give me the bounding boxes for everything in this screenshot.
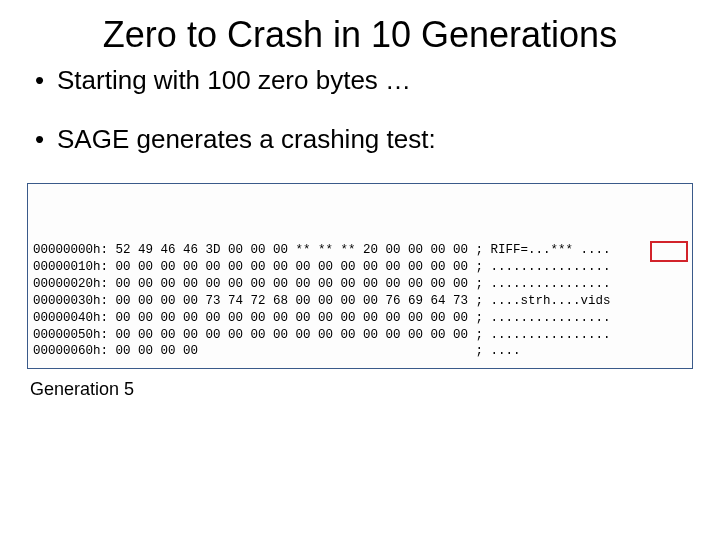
slide-title: Zero to Crash in 10 Generations xyxy=(85,15,635,55)
hex-row: 00000040h: 00 00 00 00 00 00 00 00 00 00… xyxy=(33,310,682,327)
hex-row: 00000060h: 00 00 00 00 ; .... xyxy=(33,343,682,360)
bullet-list: Starting with 100 zero bytes … SAGE gene… xyxy=(35,65,695,155)
hex-row: 00000000h: 52 49 46 46 3D 00 00 00 ** **… xyxy=(33,242,682,259)
bullet-item: Starting with 100 zero bytes … xyxy=(35,65,695,96)
hex-row: 00000020h: 00 00 00 00 00 00 00 00 00 00… xyxy=(33,276,682,293)
slide: Zero to Crash in 10 Generations Starting… xyxy=(0,0,720,540)
generation-caption: Generation 5 xyxy=(30,379,695,400)
hex-row: 00000050h: 00 00 00 00 00 00 00 00 00 00… xyxy=(33,327,682,344)
bullet-item: SAGE generates a crashing test: xyxy=(35,124,695,155)
hex-row: 00000010h: 00 00 00 00 00 00 00 00 00 00… xyxy=(33,259,682,276)
hex-dump-block: 00000000h: 52 49 46 46 3D 00 00 00 ** **… xyxy=(27,183,693,370)
hex-row: 00000030h: 00 00 00 00 73 74 72 68 00 00… xyxy=(33,293,682,310)
